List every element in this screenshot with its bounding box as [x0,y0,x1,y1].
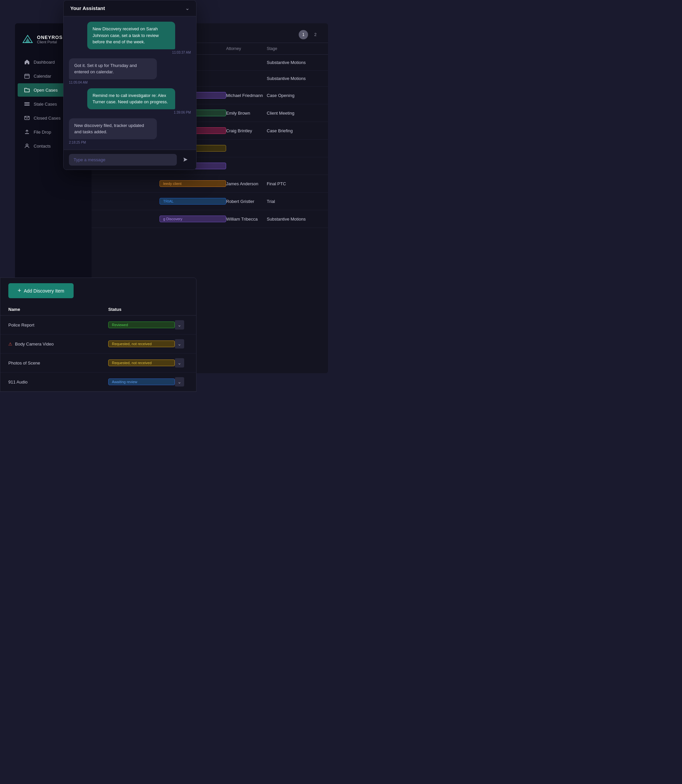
message-time: 11:03:37 AM [87,51,191,54]
chat-message-4: New discovery filed, tracker updated and… [69,118,172,144]
message-time: 1:39:06 PM [87,111,191,114]
attorney-name: Emily Brown [226,111,267,116]
pagination: 1 2 [299,30,320,39]
discovery-row: Police Report Reviewed ⌄ [0,316,196,335]
stage-text: Final PTC [267,181,320,186]
chat-collapse-icon[interactable]: ⌄ [185,5,190,11]
sidebar-label-dashboard: Dashboard [33,60,55,65]
user-icon [24,143,30,148]
table-row[interactable]: g Discovery William Tribecca Substantive… [92,210,328,228]
chat-messages: New Discovery received on Sarah Johnson … [64,16,196,150]
stage-text: Substantive Motions [267,217,320,222]
add-discovery-button[interactable]: + Add Discovery Item [8,283,73,298]
discovery-item-name: ⚠Body Camera Video [8,342,108,346]
chat-title: Your Assistant [70,5,105,11]
logo-icon [22,34,33,45]
discovery-row: Photos of Scene Requested, not received … [0,353,196,372]
case-status-badge: g Discovery [159,216,226,222]
logo-text: ONEYROS Client Portal [37,35,62,44]
col-stage: Stage [267,46,320,51]
discovery-item-name: Police Report [8,323,108,327]
sidebar-label-stale-cases: Stale Cases [33,102,57,107]
sidebar-label-file-drop: File Drop [33,129,51,135]
discovery-expand-button[interactable]: ⌄ [175,377,184,386]
discovery-col-name: Name [8,307,108,312]
stage-text: Client Meeting [267,111,320,116]
discovery-expand-button[interactable]: ⌄ [175,358,184,367]
discovery-expand-button[interactable]: ⌄ [175,339,184,348]
discovery-row: ⚠Body Camera Video Requested, not receiv… [0,335,196,353]
app-subtitle: Client Portal [37,40,62,44]
discovery-item-name: 911 Audio [8,380,108,385]
message-time: 2:18:25 PM [69,141,172,144]
discovery-expand-button[interactable]: ⌄ [175,320,184,329]
page-2-button[interactable]: 2 [311,30,320,39]
stage-text: Case Opening [267,93,320,98]
discovery-panel: + Add Discovery Item Name Status Police … [0,278,196,392]
svg-rect-10 [25,133,29,134]
folder-icon [24,87,30,93]
chat-input[interactable] [69,154,177,166]
table-row[interactable]: TRIAL Robert Gristler Trial [92,193,328,210]
discovery-item-name: Photos of Scene [8,361,108,366]
app-name: ONEYROS [37,35,62,40]
discovery-status-badge: Reviewed [108,321,175,328]
plus-icon: + [18,287,21,294]
page-1-button[interactable]: 1 [299,30,308,39]
upload-icon [24,129,30,135]
chat-window: Your Assistant ⌄ New Discovery received … [63,0,196,170]
chat-message-3: Remind me to call investigator re: Alex … [87,88,191,114]
svg-rect-2 [25,74,29,78]
discovery-status-badge: Awaiting review [108,378,175,385]
svg-point-11 [26,144,28,146]
message-bubble: New Discovery received on Sarah Johnson … [87,22,175,49]
discovery-table-header: Name Status [0,303,196,316]
discovery-col-status: Status [108,307,175,312]
stage-text: Substantive Motions [267,76,320,81]
attorney-name: Robert Gristler [226,199,267,204]
case-status-badge: TRIAL [159,198,226,204]
send-button[interactable] [180,154,191,165]
stage-text: Case Briefing [267,128,320,133]
attorney-name: William Tribecca [226,217,267,222]
col-attorney: Attorney [226,46,267,51]
chat-header: Your Assistant ⌄ [64,0,196,16]
discovery-status-badge: Requested, not received [108,359,175,366]
chat-message-1: New Discovery received on Sarah Johnson … [87,22,191,54]
svg-marker-12 [183,158,188,161]
case-status-badge: leedy client [159,180,226,187]
attorney-name: Michael Friedmann [226,93,267,98]
message-bubble: Got it. Set it up for Thursday and enter… [69,58,157,79]
bars-icon [24,101,30,107]
attorney-name: Craig Brintley [226,128,267,133]
stage-text: Substantive Motions [267,60,320,65]
mail-icon [24,115,30,121]
svg-rect-6 [24,102,30,103]
send-icon [183,157,188,162]
discovery-status-badge: Requested, not received [108,340,175,347]
sidebar-label-calendar: Calendar [33,73,51,79]
message-bubble: Remind me to call investigator re: Alex … [87,88,175,109]
calendar-icon [24,73,30,79]
chat-message-2: Got it. Set it up for Thursday and enter… [69,58,172,84]
home-icon [24,59,30,65]
message-time: 11:05:04 AM [69,81,172,84]
sidebar-label-open-cases: Open Cases [33,88,57,93]
attorney-name: James Anderson [226,181,267,186]
message-bubble: New discovery filed, tracker updated and… [69,118,157,139]
table-row[interactable]: leedy client James Anderson Final PTC [92,175,328,193]
svg-rect-7 [24,104,30,104]
svg-rect-8 [24,105,30,105]
stage-text: Trial [267,199,320,204]
chat-input-area [64,150,196,169]
sidebar-label-closed-cases: Closed Cases [33,116,61,121]
sidebar-label-contacts: Contacts [33,144,51,148]
discovery-row: 911 Audio Awaiting review ⌄ [0,372,196,391]
warning-icon: ⚠ [8,342,12,346]
